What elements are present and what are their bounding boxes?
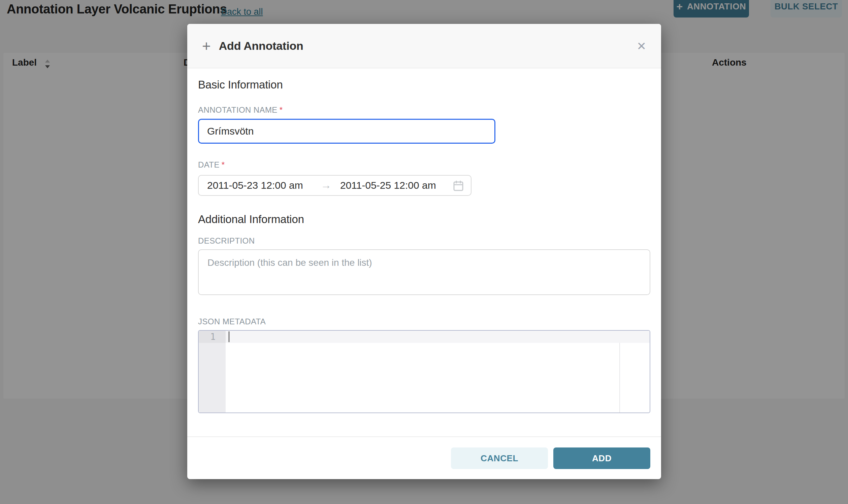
section-additional-information: Additional Information	[198, 213, 304, 226]
editor-column-ruler	[619, 343, 620, 413]
editor-active-line	[226, 331, 650, 343]
description-label: DESCRIPTION	[198, 236, 255, 246]
modal-title: Add Annotation	[219, 39, 304, 53]
date-label: DATE*	[198, 160, 225, 169]
editor-cursor	[228, 331, 230, 342]
range-arrow-icon: →	[321, 176, 331, 195]
annotation-layer-page: Annotation Layer Volcanic Eruptions Back…	[0, 0, 848, 504]
annotation-name-label: ANNOTATION NAME*	[198, 105, 283, 115]
required-asterisk: *	[222, 160, 225, 169]
calendar-icon[interactable]	[453, 180, 463, 193]
annotation-name-label-text: ANNOTATION NAME	[198, 105, 277, 114]
section-basic-information: Basic Information	[198, 78, 283, 91]
date-label-text: DATE	[198, 160, 220, 169]
modal-header: + Add Annotation ✕	[187, 24, 661, 68]
json-metadata-label: JSON METADATA	[198, 317, 266, 326]
json-metadata-editor[interactable]: 1	[198, 330, 650, 413]
annotation-name-input[interactable]	[198, 119, 496, 144]
add-button[interactable]: ADD	[553, 448, 650, 469]
plus-icon: +	[202, 39, 211, 54]
date-range-picker[interactable]: 2011-05-23 12:00 am → 2011-05-25 12:00 a…	[198, 175, 471, 196]
date-end-value[interactable]: 2011-05-25 12:00 am	[340, 176, 436, 195]
required-asterisk: *	[279, 105, 283, 114]
close-icon[interactable]: ✕	[637, 40, 646, 52]
editor-line-number: 1	[199, 331, 226, 343]
editor-gutter	[199, 331, 226, 413]
description-textarea[interactable]	[198, 249, 650, 295]
date-start-value[interactable]: 2011-05-23 12:00 am	[207, 176, 303, 195]
footer-divider	[187, 436, 661, 437]
add-annotation-modal: + Add Annotation ✕ Basic Information ANN…	[187, 24, 661, 479]
cancel-button[interactable]: CANCEL	[451, 448, 548, 469]
